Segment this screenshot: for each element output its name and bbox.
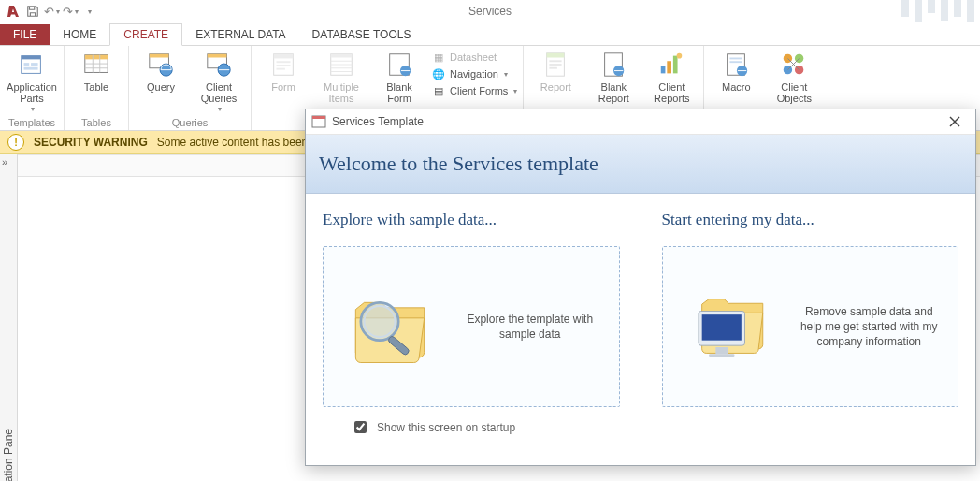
navpane-expand-icon[interactable]: » xyxy=(2,156,7,168)
client-reports-icon xyxy=(656,50,686,80)
dialog-form-icon xyxy=(311,114,326,129)
client-queries-button[interactable]: Client Queries▾ xyxy=(193,48,245,114)
navigation-pane-label: Navigation Pane xyxy=(2,429,15,481)
svg-rect-2 xyxy=(24,63,30,66)
datasheet-button: ▦Datasheet xyxy=(431,50,517,65)
group-tables-label: Tables xyxy=(70,115,122,130)
svg-point-60 xyxy=(361,302,398,340)
form-button: Form xyxy=(257,48,310,93)
client-objects-icon xyxy=(779,50,809,80)
window-decoration xyxy=(901,0,980,22)
save-icon[interactable] xyxy=(24,3,41,20)
svg-rect-3 xyxy=(31,63,38,66)
navigation-button[interactable]: 🌐Navigation▾ xyxy=(431,66,517,81)
dialog-body: Explore with sample data... Explore the … xyxy=(306,194,975,465)
svg-rect-4 xyxy=(24,67,38,70)
group-templates-label: Templates xyxy=(6,115,58,130)
query-button[interactable]: Query xyxy=(135,48,187,93)
svg-rect-23 xyxy=(277,68,285,70)
svg-rect-35 xyxy=(550,60,562,62)
tab-home[interactable]: HOME xyxy=(50,24,109,45)
explore-column: Explore with sample data... Explore the … xyxy=(323,211,620,456)
svg-rect-64 xyxy=(701,314,741,341)
svg-rect-42 xyxy=(668,61,672,73)
application-parts-button[interactable]: Application Parts▾ xyxy=(6,48,58,114)
table-button[interactable]: Table xyxy=(70,48,122,93)
svg-rect-6 xyxy=(85,55,108,60)
tab-create[interactable]: CREATE xyxy=(109,23,182,46)
multiple-items-button: Multiple Items xyxy=(315,48,368,104)
form-label: Form xyxy=(271,81,295,93)
app-title: Services xyxy=(468,5,512,18)
start-card[interactable]: Remove sample data and help me get start… xyxy=(662,246,959,407)
macro-label: Macro xyxy=(722,81,751,93)
startup-checkbox[interactable] xyxy=(354,421,367,433)
folder-magnifier-icon xyxy=(339,275,441,378)
dialog-header: Welcome to the Services template xyxy=(306,135,975,194)
svg-point-44 xyxy=(677,53,683,59)
svg-rect-47 xyxy=(730,61,742,63)
undo-icon[interactable]: ↶▾ xyxy=(43,3,60,20)
blank-form-label: Blank Form xyxy=(386,81,412,104)
security-warning-text: Some active content has been xyxy=(157,136,308,149)
qat-customize-icon[interactable]: ▾ xyxy=(80,3,97,20)
explore-card-text: Explore the template with sample data xyxy=(456,312,604,342)
services-template-dialog: Services Template Welcome to the Service… xyxy=(305,109,976,466)
group-queries-label: Queries xyxy=(135,115,245,130)
blank-form-button[interactable]: Blank Form xyxy=(373,48,425,104)
blank-form-icon xyxy=(384,50,414,80)
blank-report-button[interactable]: Blank Report xyxy=(587,48,640,104)
redo-icon[interactable]: ↷▾ xyxy=(62,3,79,20)
client-objects-button[interactable]: Client Objects xyxy=(768,48,820,104)
svg-rect-20 xyxy=(274,54,294,59)
access-app-icon xyxy=(6,3,22,20)
table-label: Table xyxy=(84,81,108,93)
folder-monitor-icon xyxy=(678,275,781,378)
svg-rect-34 xyxy=(547,53,565,58)
explore-card[interactable]: Explore the template with sample data xyxy=(323,246,620,407)
startup-checkbox-row[interactable]: Show this screen on startup xyxy=(323,418,620,436)
client-objects-label: Client Objects xyxy=(777,81,812,104)
svg-rect-25 xyxy=(331,54,353,58)
svg-rect-66 xyxy=(715,347,728,354)
svg-rect-41 xyxy=(661,66,666,74)
multiple-items-icon xyxy=(326,50,356,80)
svg-rect-67 xyxy=(709,354,735,357)
group-queries: Query Client Queries▾ Queries xyxy=(129,46,252,130)
group-templates: Application Parts▾ Templates xyxy=(0,46,65,130)
blank-report-label: Blank Report xyxy=(598,81,629,104)
svg-rect-46 xyxy=(730,58,742,60)
ribbon-tabs: FILE HOME CREATE EXTERNAL DATA DATABASE … xyxy=(0,22,980,46)
client-forms-button[interactable]: ▤Client Forms▾ xyxy=(431,83,517,98)
warning-icon: ! xyxy=(7,134,24,151)
dialog-heading: Welcome to the Services template xyxy=(319,152,962,176)
application-parts-label: Application Parts xyxy=(7,81,57,104)
start-column: Start entering my data... Remove sample … xyxy=(662,211,959,456)
explore-title: Explore with sample data... xyxy=(323,211,620,229)
client-reports-label: Client Reports xyxy=(654,81,690,104)
tab-database-tools[interactable]: DATABASE TOOLS xyxy=(299,24,425,45)
client-reports-button[interactable]: Client Reports xyxy=(645,48,698,104)
tab-file[interactable]: FILE xyxy=(0,24,50,45)
navigation-pane[interactable]: » Navigation Pane xyxy=(0,154,18,481)
multiple-items-label: Multiple Items xyxy=(324,81,359,104)
report-label: Report xyxy=(540,81,571,93)
tab-external-data[interactable]: EXTERNAL DATA xyxy=(182,24,298,45)
svg-rect-57 xyxy=(312,116,325,119)
query-label: Query xyxy=(147,81,175,93)
query-icon xyxy=(146,50,176,80)
report-button: Report xyxy=(529,48,582,93)
table-icon xyxy=(81,50,111,80)
svg-rect-12 xyxy=(150,54,169,58)
start-card-text: Remove sample data and help me get start… xyxy=(796,304,944,350)
dialog-close-button[interactable] xyxy=(940,111,970,132)
close-icon xyxy=(949,116,960,127)
svg-rect-16 xyxy=(208,54,227,58)
blank-report-icon xyxy=(598,50,628,80)
macro-button[interactable]: Macro xyxy=(710,48,762,93)
datasheet-icon: ▦ xyxy=(431,50,446,65)
client-forms-icon: ▤ xyxy=(431,83,446,98)
dialog-titlebar[interactable]: Services Template xyxy=(306,109,975,135)
client-queries-label: Client Queries xyxy=(201,81,238,104)
svg-rect-36 xyxy=(550,64,562,66)
